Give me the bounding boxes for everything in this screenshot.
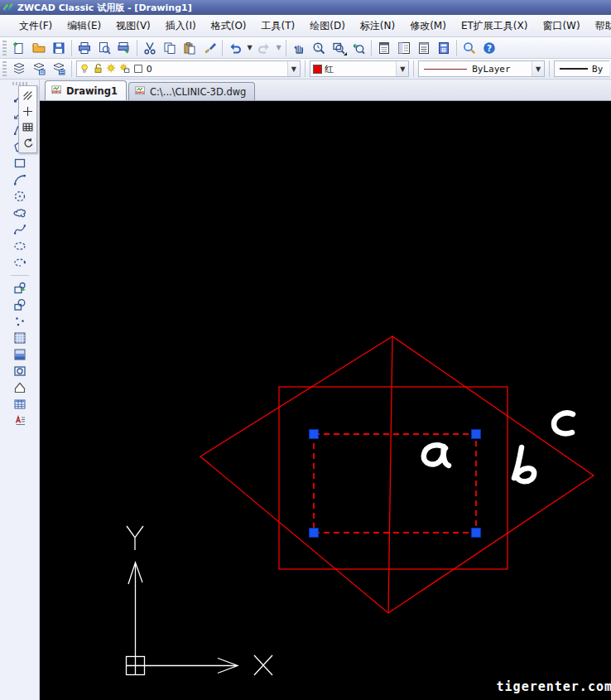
linetype-dropdown-caret[interactable]: ▼ xyxy=(532,61,544,76)
arc-tool-button[interactable] xyxy=(9,171,31,188)
gradient-icon xyxy=(13,348,26,361)
wipeout-tool-button[interactable] xyxy=(9,379,31,396)
menu-item-9[interactable]: 修改(M) xyxy=(402,16,454,36)
menu-item-12[interactable]: 帮助(H) xyxy=(588,16,611,36)
point-tool-button[interactable] xyxy=(9,313,31,330)
color-dropdown[interactable]: 红 ▼ xyxy=(310,60,409,77)
menu-item-2[interactable]: 编辑(E) xyxy=(60,16,108,36)
grip-1[interactable] xyxy=(310,430,319,439)
grip-3[interactable] xyxy=(310,529,319,538)
flyout-indicator xyxy=(344,52,347,56)
redo-icon xyxy=(257,41,271,55)
svg-text:?: ? xyxy=(487,42,492,52)
grip-4[interactable] xyxy=(472,529,481,538)
svg-text:DWG: DWG xyxy=(52,90,60,94)
rectangle-tool-button[interactable] xyxy=(9,155,31,171)
tool-palettes-icon xyxy=(417,41,431,55)
make-block-tool-button[interactable] xyxy=(9,297,31,313)
table-icon xyxy=(13,398,26,411)
grid-mini-button[interactable] xyxy=(20,119,36,135)
menu-item-11[interactable]: 窗口(W) xyxy=(535,16,587,36)
zoom-realtime-button[interactable] xyxy=(309,39,329,57)
open-button[interactable] xyxy=(29,39,49,57)
ellipse-tool-button[interactable] xyxy=(9,238,31,254)
find-button[interactable] xyxy=(459,39,479,57)
insert-block-tool-button[interactable] xyxy=(9,280,31,297)
color-dropdown-caret[interactable]: ▼ xyxy=(396,61,408,76)
save-icon xyxy=(52,41,65,55)
print-button[interactable] xyxy=(75,39,94,57)
linetype-dropdown[interactable]: ByLayer ▼ xyxy=(418,60,545,77)
unlock-icon xyxy=(93,63,104,75)
lineweight-sample xyxy=(560,68,588,70)
linetype-sample xyxy=(424,69,467,70)
hatch-tool-button[interactable] xyxy=(9,330,31,346)
standard-toolbar-grip[interactable] xyxy=(2,41,7,56)
dwg-file-icon: DWG xyxy=(134,86,147,97)
paste-button[interactable] xyxy=(180,39,200,57)
grid-icon xyxy=(22,122,33,133)
circle-tool-button[interactable] xyxy=(9,188,31,205)
watermark-text: tigerenter.com xyxy=(497,679,611,694)
match-properties-button[interactable] xyxy=(200,39,219,57)
rotate-mini-button[interactable] xyxy=(20,135,36,151)
layer-properties-button[interactable] xyxy=(9,60,29,78)
redo-dropdown-caret[interactable]: ▼ xyxy=(274,39,283,57)
layers-toolbar-grip[interactable] xyxy=(2,61,7,76)
menu-item-10[interactable]: ET扩展工具(X) xyxy=(454,16,536,36)
hatch-mini-mini-button[interactable] xyxy=(20,88,36,104)
window-title: ZWCAD Classic 试用版 - [Drawing1] xyxy=(17,2,192,14)
undo-button[interactable] xyxy=(225,39,245,57)
menu-item-6[interactable]: 工具(T) xyxy=(254,16,303,36)
menu-item-1[interactable]: 文件(F) xyxy=(12,16,60,36)
ellipse-arc-icon xyxy=(13,256,26,269)
undo-dropdown-caret[interactable]: ▼ xyxy=(245,39,254,57)
properties-palette-button[interactable] xyxy=(374,39,394,57)
freeze-viewport-icon xyxy=(119,63,131,75)
quick-calc-button[interactable] xyxy=(434,39,454,57)
hatch-icon xyxy=(13,331,26,345)
new-button[interactable] xyxy=(9,39,29,57)
copy-button[interactable] xyxy=(160,39,180,57)
menu-item-3[interactable]: 视图(V) xyxy=(108,16,158,36)
grip-2[interactable] xyxy=(472,430,481,439)
ellipse-arc-tool-button[interactable] xyxy=(9,254,31,271)
menu-item-4[interactable]: 插入(I) xyxy=(158,16,204,36)
vertical-line-entity[interactable] xyxy=(388,336,392,613)
spline-tool-button[interactable] xyxy=(9,221,31,238)
table-tool-button[interactable] xyxy=(9,396,31,413)
design-center-button[interactable] xyxy=(394,39,414,57)
gradient-tool-button[interactable] xyxy=(9,346,31,363)
layer-dropdown[interactable]: 0 ▼ xyxy=(76,60,301,77)
menu-item-8[interactable]: 标注(N) xyxy=(353,16,402,36)
document-tab-1[interactable]: DWGDrawing1 xyxy=(45,80,127,100)
region-tool-button[interactable] xyxy=(9,363,31,379)
cut-button[interactable] xyxy=(140,39,160,57)
layer-states-button[interactable] xyxy=(29,60,49,78)
save-button[interactable] xyxy=(49,39,69,57)
crosshair-mini-button[interactable] xyxy=(20,104,36,119)
mtext-tool-button[interactable] xyxy=(9,413,31,429)
publish-button[interactable] xyxy=(114,39,134,57)
title-bar[interactable]: ZWCAD Classic 试用版 - [Drawing1] xyxy=(0,0,611,15)
help-button[interactable]: ? xyxy=(479,39,499,57)
layer-translate-button[interactable] xyxy=(49,60,69,78)
menu-item-5[interactable]: 格式(O) xyxy=(204,16,254,36)
toolbar-separator xyxy=(137,40,137,56)
menu-item-7[interactable]: 绘图(D) xyxy=(302,16,353,36)
layer-dropdown-caret[interactable]: ▼ xyxy=(287,61,300,76)
lineweight-dropdown[interactable]: By xyxy=(554,60,609,77)
redo-button[interactable] xyxy=(254,39,274,57)
tool-palettes-button[interactable] xyxy=(414,39,434,57)
annotation-letter-b xyxy=(514,447,534,481)
zoom-previous-button[interactable] xyxy=(349,39,368,57)
pan-button[interactable] xyxy=(289,39,309,57)
zoom-window-button[interactable] xyxy=(329,39,349,57)
revision-cloud-tool-button[interactable] xyxy=(9,205,31,221)
document-tab-2[interactable]: DWGC:\...\CLINIC-3D.dwg xyxy=(128,82,255,100)
revision-cloud-icon xyxy=(13,206,26,220)
print-preview-button[interactable] xyxy=(94,39,114,57)
drawing-canvas[interactable]: tigerenter.com xyxy=(40,101,611,700)
layer-state-icons xyxy=(79,63,144,75)
selected-rectangle-entity[interactable] xyxy=(314,434,476,533)
